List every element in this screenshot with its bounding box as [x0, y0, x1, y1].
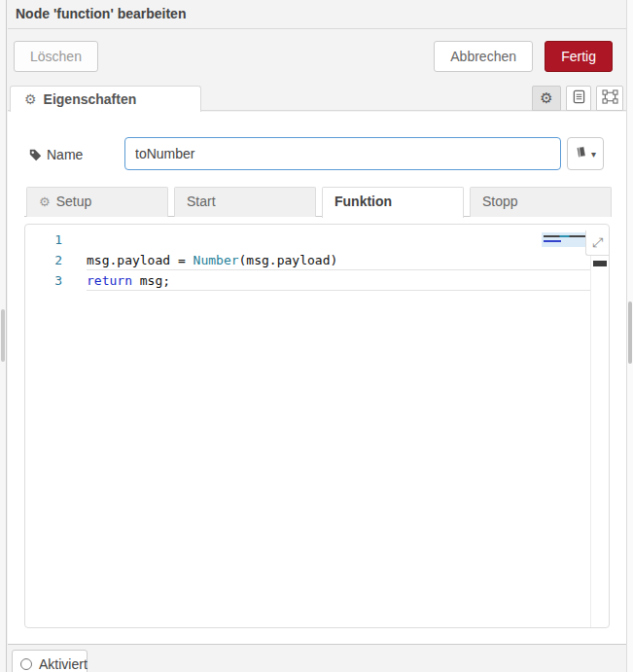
- editor-scrollbar[interactable]: [590, 256, 609, 627]
- tab-start-label: Start: [187, 194, 216, 209]
- group-selection-icon: [602, 89, 618, 108]
- code-token: msg;: [132, 273, 170, 288]
- tab-start[interactable]: Start: [174, 187, 316, 217]
- gear-icon: ⚙: [540, 89, 552, 107]
- library-button[interactable]: ▾: [567, 137, 604, 170]
- tag-icon: [29, 148, 42, 165]
- document-icon: [573, 89, 585, 108]
- code-token: return: [87, 273, 132, 288]
- done-button[interactable]: Fertig: [545, 41, 613, 72]
- minimap-line: [544, 240, 561, 242]
- code-line[interactable]: return msg;: [87, 270, 590, 291]
- code-editor[interactable]: 123 msg.payload = Number(msg.payload)ret…: [24, 224, 610, 628]
- enabled-label: Aktiviert: [39, 656, 88, 672]
- line-number: 1: [25, 230, 62, 250]
- name-label: Name: [47, 147, 83, 162]
- node-enabled-toggle[interactable]: Aktiviert: [12, 650, 88, 672]
- tab-setup-label: Setup: [56, 194, 92, 209]
- dialog-footer: [8, 644, 626, 672]
- tab-function[interactable]: Funktion: [322, 187, 464, 218]
- tab-stop[interactable]: Stopp: [470, 187, 612, 217]
- dialog-title: Node 'function' bearbeiten: [8, 0, 626, 28]
- page-scrollbar-thumb[interactable]: [628, 301, 632, 364]
- code-token: Number: [193, 253, 239, 267]
- minimap-line: [544, 235, 588, 237]
- cancel-button[interactable]: Abbrechen: [434, 41, 533, 72]
- editor-gutter: 123: [25, 230, 62, 291]
- editor-scrollbar-thumb[interactable]: [593, 261, 607, 266]
- page-scrollbar[interactable]: [626, 0, 633, 672]
- description-view-button[interactable]: [566, 86, 591, 111]
- code-line[interactable]: [87, 230, 590, 250]
- code-token: msg.payload =: [87, 253, 193, 267]
- line-number: 2: [25, 250, 62, 270]
- code-lines[interactable]: msg.payload = Number(msg.payload)return …: [87, 230, 590, 291]
- gear-icon: ⚙: [39, 195, 51, 209]
- function-tab-bar: ⚙Setup Start Funktion Stopp: [24, 187, 610, 217]
- circle-icon: [20, 658, 32, 670]
- tray-resize-grip[interactable]: [1, 309, 5, 362]
- edit-node-dialog: Node 'function' bearbeiten Löschen Abbre…: [0, 0, 633, 672]
- name-input[interactable]: [124, 137, 561, 170]
- tray-resize-handle[interactable]: [0, 0, 7, 672]
- properties-tab-bar: ⚙Eigenschaften ⚙: [8, 86, 626, 111]
- dialog-header: Node 'function' bearbeiten: [8, 0, 626, 29]
- tab-stop-label: Stopp: [482, 194, 518, 209]
- book-icon: [575, 145, 587, 162]
- tab-properties-label: Eigenschaften: [44, 91, 137, 107]
- code-line[interactable]: msg.payload = Number(msg.payload): [87, 250, 590, 270]
- expand-editor-button[interactable]: ⤢: [585, 230, 609, 256]
- properties-view-button[interactable]: ⚙: [532, 86, 561, 111]
- chevron-down-icon: ▾: [591, 149, 596, 159]
- tab-setup[interactable]: ⚙Setup: [26, 187, 168, 217]
- gear-icon: ⚙: [24, 91, 37, 107]
- group-view-button[interactable]: [596, 86, 623, 111]
- line-number: 3: [25, 270, 62, 291]
- code-token: (msg.payload): [239, 253, 338, 267]
- tab-function-label: Funktion: [334, 194, 392, 209]
- tab-properties[interactable]: ⚙Eigenschaften: [10, 86, 201, 112]
- expand-icon: ⤢: [592, 234, 603, 251]
- delete-button[interactable]: Löschen: [14, 41, 98, 72]
- editor-minimap[interactable]: [542, 232, 590, 247]
